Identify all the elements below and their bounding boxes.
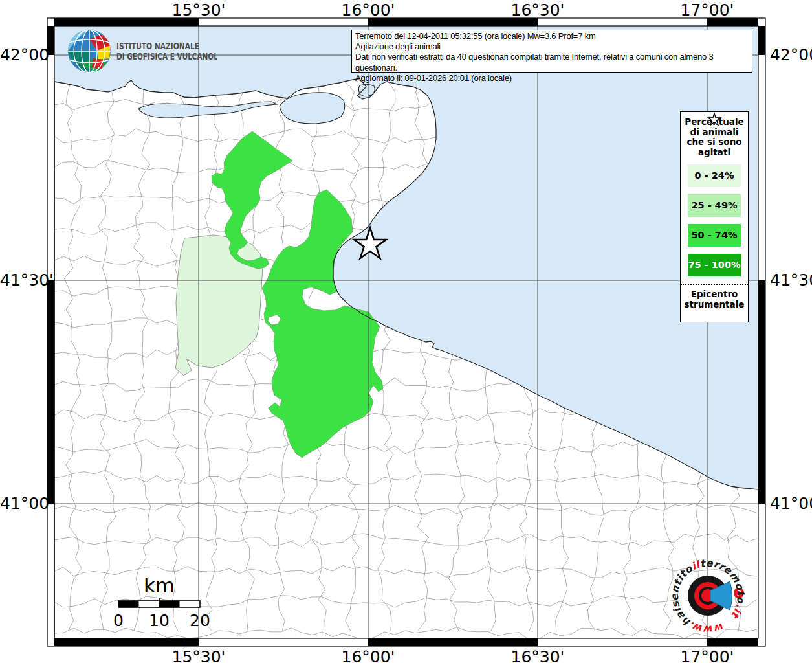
tick-label-top-1530: 15°30' [153, 1, 244, 19]
legend-swatch-25-49: 25 - 49% [688, 194, 741, 217]
legend-swatch-75-100: 75 - 100% [688, 254, 741, 276]
legend-divider [681, 284, 748, 285]
tick-label-left-4100: 41°00' [0, 494, 44, 513]
tick-label-top-1700: 17°00' [662, 1, 752, 19]
title-box: Terremoto del 12-04-2011 05:32:55 (ora l… [351, 30, 752, 73]
legend: Percentuale di animali che si sono agita… [680, 111, 749, 322]
ingv-logo-line2: DI GEOFISICA E VULCANOLOGIA [116, 51, 217, 62]
tick-label-bottom-1600: 16°00' [323, 647, 413, 663]
map-canvas: ? www.haisentitoilterremoto.it [0, 0, 812, 663]
tick-label-left-4130: 41°30' [0, 271, 44, 289]
tick-label-bottom-1700: 17°00' [662, 647, 752, 663]
title-line-event: Terremoto del 12-04-2011 05:32:55 (ora l… [355, 31, 749, 41]
tick-label-top-1630: 16°30' [492, 1, 583, 19]
tick-label-right-4130: 41°30' [770, 271, 812, 289]
legend-epicenter-label: Epicentro strumentale [681, 289, 748, 309]
tick-label-top-1600: 16°00' [323, 1, 413, 19]
map-page: ? www.haisentitoilterremoto.it 15°30' 16… [0, 0, 812, 663]
title-line-note: Dati non verificati estratti da 40 quest… [355, 52, 749, 73]
tick-label-right-4100: 41°00' [770, 494, 812, 513]
legend-epicenter-star-icon [681, 112, 748, 129]
tick-label-left-4200: 42°00' [0, 45, 44, 64]
tick-label-bottom-1630: 16°30' [492, 647, 583, 663]
legend-swatch-50-74: 50 - 74% [688, 224, 741, 247]
ingv-logo-line1: ISTITUTO NAZIONALE [116, 41, 199, 51]
legend-title-line: che si sono [681, 137, 748, 148]
scale-bar-unit: km [120, 574, 198, 597]
title-line-updated: Aggiornato il: 09-01-2026 20:01 (ora loc… [355, 73, 749, 84]
legend-epicenter-line: Epicentro [681, 289, 748, 299]
tick-label-bottom-1530: 15°30' [153, 647, 244, 663]
legend-epicenter-line: strumentale [681, 299, 748, 309]
scale-tick-0: 0 [99, 611, 138, 630]
legend-swatch-0-24: 0 - 24% [688, 164, 741, 187]
scale-tick-20: 20 [181, 611, 219, 630]
title-line-topic: Agitazione degli animali [355, 41, 749, 52]
ingv-logo: ISTITUTO NAZIONALE DI GEOFISICA E VULCAN… [62, 27, 217, 75]
tick-label-right-4200: 42°00' [770, 45, 812, 64]
legend-title-line: agitati [681, 148, 748, 158]
scale-tick-10: 10 [140, 611, 179, 630]
